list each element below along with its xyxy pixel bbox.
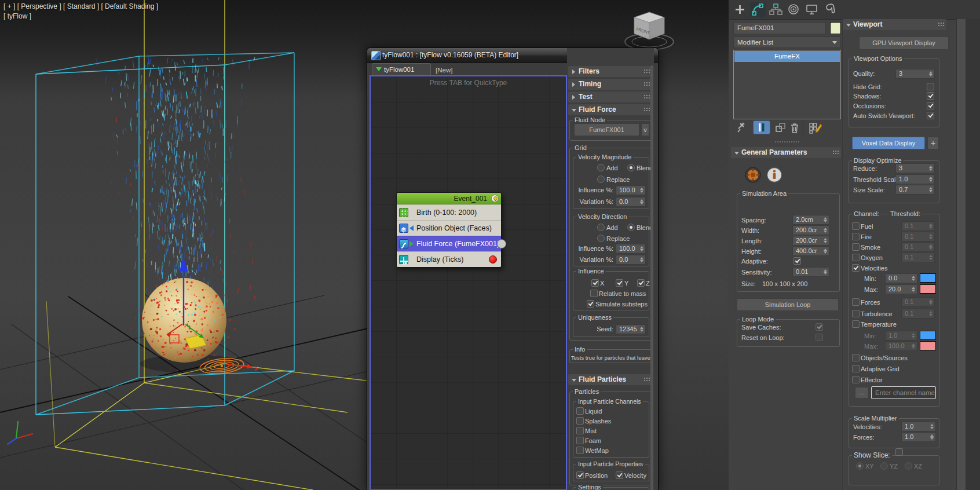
voxel-data-display-button[interactable]: Voxel Data Display <box>852 137 925 149</box>
reset-on-loop-checkbox[interactable] <box>816 334 823 341</box>
tab-display[interactable] <box>804 2 820 17</box>
influence-z-checkbox[interactable] <box>637 279 645 287</box>
size-scale-spinner[interactable]: 0.7 <box>895 185 935 195</box>
sensitivity-spinner[interactable]: 0.01 <box>792 267 829 277</box>
turbulence-checkbox[interactable] <box>852 310 860 317</box>
vd-blend-radio[interactable] <box>627 224 635 231</box>
turbulence-threshold-spinner[interactable]: 0.1 <box>901 309 935 319</box>
panel-scrollbar[interactable] <box>650 65 653 490</box>
configure-modifier-sets-icon[interactable] <box>809 122 822 137</box>
node-graph-canvas[interactable]: Press TAB for QuickType Event_001 Birth … <box>370 75 567 490</box>
operator-birth[interactable]: Birth (0-100: 2000) <box>397 204 501 220</box>
forces-checkbox[interactable] <box>852 298 860 306</box>
height-spinner[interactable]: 400.0cr <box>792 246 829 256</box>
drag-grip-icon[interactable] <box>643 107 650 112</box>
forces-threshold-spinner[interactable]: 0.1 <box>901 297 935 307</box>
adaptive-grid-checkbox[interactable] <box>852 365 860 372</box>
fire-checkbox[interactable] <box>852 233 860 240</box>
fluid-node-picker-button[interactable]: v <box>641 123 649 136</box>
vm-variation-spinner[interactable]: 0.0 <box>616 197 646 207</box>
temperature-checkbox[interactable] <box>852 320 860 328</box>
display-enabled-dot[interactable] <box>489 255 497 264</box>
viewport-menus-label[interactable]: [ + ] [ Perspective ] [ Standard ] [ Def… <box>3 2 158 12</box>
operator-position-object[interactable]: Position Object (Faces) <box>397 220 501 236</box>
length-spinner[interactable]: 200.0cr <box>792 236 829 246</box>
slice-xy-radio[interactable] <box>856 462 864 470</box>
drag-grip-icon[interactable] <box>938 22 944 27</box>
operator-display[interactable]: Display (Ticks) <box>397 251 501 267</box>
fuel-threshold-spinner[interactable]: 0.1 <box>901 221 935 231</box>
temperature-max-color-swatch[interactable] <box>920 341 936 350</box>
width-spinner[interactable]: 200.0cr <box>792 225 829 235</box>
velocities-max-spinner[interactable]: 20.0 <box>885 284 917 294</box>
velocities-min-spinner[interactable]: 0.0 <box>885 273 917 283</box>
threshold-scale-spinner[interactable]: 1.0 <box>895 174 935 184</box>
rollout-fluid-force[interactable]: Fluid Force <box>568 104 652 115</box>
wetmap-checkbox[interactable] <box>576 447 584 454</box>
tab-create[interactable] <box>732 2 748 17</box>
output-connector[interactable] <box>497 239 506 248</box>
velocity-checkbox[interactable] <box>616 471 623 479</box>
vm-influence-spinner[interactable]: 100.0 <box>616 185 646 195</box>
shadows-checkbox[interactable] <box>927 92 934 100</box>
mist-checkbox[interactable] <box>576 427 584 434</box>
objects-sources-checkbox[interactable] <box>852 354 860 361</box>
temperature-min-color-swatch[interactable] <box>920 331 936 340</box>
vd-add-radio[interactable] <box>597 224 605 231</box>
tab-utilities[interactable] <box>822 2 838 17</box>
event-node[interactable]: Event_001 Birth (0-100: 2000) Position O… <box>396 192 502 268</box>
influence-y-checkbox[interactable] <box>616 279 623 287</box>
effector-checkbox[interactable] <box>852 376 860 383</box>
tab-new[interactable]: [New] <box>436 65 452 75</box>
smoke-checkbox[interactable] <box>852 243 860 251</box>
spacing-spinner[interactable]: 2.0cm <box>792 215 829 225</box>
rollout-fluid-particles[interactable]: Fluid Particles <box>568 374 652 385</box>
auto-switch-viewport-checkbox[interactable] <box>927 112 934 119</box>
vm-add-radio[interactable] <box>597 164 605 171</box>
modifier-stack-item-fumefx[interactable]: FumeFX <box>734 51 840 62</box>
velocity-min-color-swatch[interactable] <box>920 273 936 283</box>
lightbulb-icon[interactable] <box>491 195 499 202</box>
modifier-list-dropdown[interactable]: Modifier List <box>733 36 841 48</box>
vd-replace-radio[interactable] <box>597 235 605 242</box>
tab-tyflow001[interactable]: tyFlow001 <box>372 63 431 75</box>
channel-name-input[interactable]: Enter channel name <box>871 386 936 399</box>
slice-xz-radio[interactable] <box>905 462 912 470</box>
seed-spinner[interactable]: 12345 <box>616 324 646 334</box>
simulation-loop-button[interactable]: Simulation Loop <box>737 298 839 311</box>
rollout-viewport[interactable]: Viewport <box>843 19 946 30</box>
save-caches-checkbox[interactable] <box>816 323 823 331</box>
foam-checkbox[interactable] <box>576 437 584 444</box>
temperature-max-spinner[interactable]: 100.0 <box>885 341 917 351</box>
relative-to-mass-checkbox[interactable] <box>590 290 598 297</box>
slice-yz-radio[interactable] <box>880 462 888 470</box>
rollout-test[interactable]: Test <box>568 92 652 103</box>
simulate-substeps-checkbox[interactable] <box>587 300 594 308</box>
position-checkbox[interactable] <box>576 471 584 479</box>
rollout-filters[interactable]: Filters <box>568 66 652 77</box>
gpu-viewport-display-button[interactable]: GPU Viewport Display <box>859 36 949 50</box>
reduce-spinner[interactable]: 3 <box>895 163 935 173</box>
occlusions-checkbox[interactable] <box>927 102 934 109</box>
operator-fluid-force[interactable]: Fluid Force (FumeFX001) <box>397 236 501 251</box>
vm-replace-radio[interactable] <box>597 175 605 183</box>
make-unique-icon[interactable] <box>775 122 787 136</box>
velocities-checkbox[interactable] <box>852 264 860 272</box>
velocity-max-color-swatch[interactable] <box>920 284 936 294</box>
influence-x-checkbox[interactable] <box>591 279 599 287</box>
vm-blend-radio[interactable] <box>627 164 635 171</box>
adaptive-checkbox[interactable] <box>793 257 801 265</box>
smoke-threshold-spinner[interactable]: 0.1 <box>901 242 935 252</box>
tab-motion[interactable] <box>786 2 802 17</box>
drag-grip-icon[interactable] <box>643 94 650 100</box>
pick-channel-button[interactable]: ... <box>855 387 869 398</box>
hide-grid-checkbox[interactable] <box>927 83 934 90</box>
command-panel-scrollbar[interactable] <box>956 19 966 490</box>
object-name-field[interactable]: FumeFX001 <box>733 22 826 34</box>
add-voxel-display-button[interactable]: + <box>927 137 939 149</box>
quality-spinner[interactable]: 3 <box>895 69 935 79</box>
tab-hierarchy[interactable] <box>768 2 784 17</box>
pin-stack-icon[interactable] <box>736 122 747 137</box>
drag-grip-icon[interactable] <box>643 377 650 382</box>
show-end-result-button[interactable] <box>753 120 770 134</box>
